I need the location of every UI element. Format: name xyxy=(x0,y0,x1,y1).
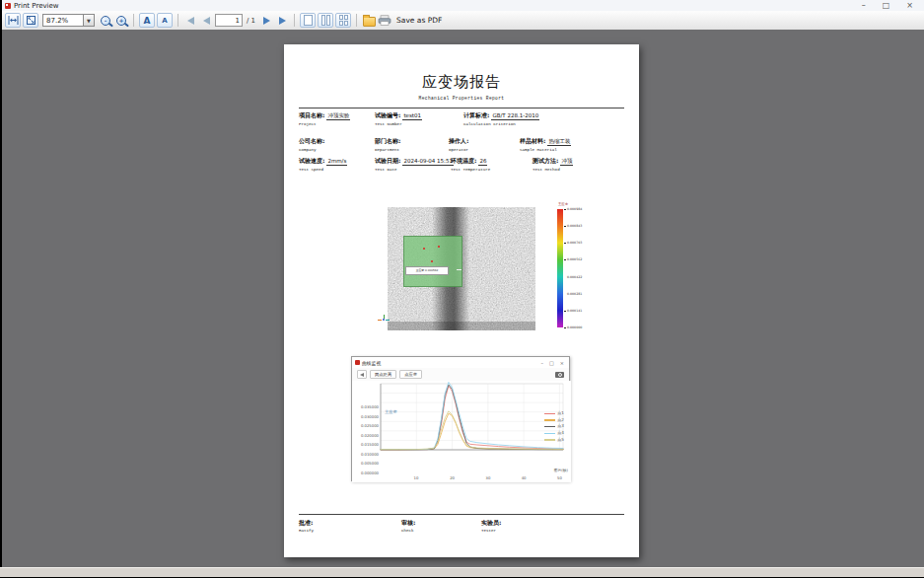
save-as-pdf-label[interactable]: Save as PDF xyxy=(396,16,442,25)
zoom-dropdown-arrow[interactable]: ▼ xyxy=(84,14,95,27)
title-bar: Print Preview – □ × xyxy=(2,0,924,11)
x-tick: 30 xyxy=(480,475,496,480)
separator xyxy=(178,14,178,27)
roi-point xyxy=(438,246,440,248)
report-title: 应变场报告 xyxy=(284,73,639,92)
zoom-out-button[interactable]: - xyxy=(99,13,112,28)
zoom-out-icon: - xyxy=(101,16,110,26)
single-page-view-button[interactable] xyxy=(300,13,316,28)
colorbar xyxy=(557,209,563,327)
curve-app-icon xyxy=(355,360,360,365)
y-tick: 0.030000 xyxy=(353,414,379,419)
first-page-button[interactable] xyxy=(183,13,197,28)
colorbar-label: 0.000000 xyxy=(567,325,589,329)
field-test-speed: 试验速度:2mm/s Test Speed xyxy=(299,157,347,174)
legend-item: 点2 xyxy=(544,418,564,423)
axis-triad-icon xyxy=(378,316,390,324)
zoom-level-select[interactable]: 87.2% xyxy=(42,14,84,27)
arrow-right-icon xyxy=(279,17,286,25)
y-tick: 0.000000 xyxy=(353,470,379,475)
back-icon xyxy=(360,373,364,377)
y-tick: 0.025000 xyxy=(353,423,379,428)
zoom-in-button[interactable]: + xyxy=(114,13,128,28)
curve-minimize-icon: – xyxy=(541,360,544,366)
colorbar-label: 0.000843 xyxy=(567,224,589,228)
colorbar-label: 0.000562 xyxy=(567,257,589,261)
page-number-input[interactable]: 1 xyxy=(215,14,243,27)
signature-check: 审核:Check xyxy=(401,519,415,535)
x-tick: 40 xyxy=(516,475,532,480)
curve-close-icon: × xyxy=(560,360,564,366)
x-tick: 20 xyxy=(445,475,461,480)
legend-swatch xyxy=(544,419,555,420)
app-icon xyxy=(5,3,11,9)
minimize-button[interactable]: – xyxy=(862,0,866,11)
x-tick: 10 xyxy=(408,475,424,480)
roi-value-label: 主应变 0.000562 xyxy=(405,266,449,275)
curve-plot-area: 0.035000 0.030000 0.025000 0.020000 0.01… xyxy=(352,381,571,482)
separator xyxy=(294,14,295,27)
curve-monitor-window: 曲线监视 – □ × 两点距离 点应变 xyxy=(351,356,570,481)
fit-page-icon xyxy=(26,15,36,26)
window-title: Print Preview xyxy=(14,2,59,10)
print-preview-window: Print Preview – □ × xyxy=(2,0,924,567)
curve-window-toolbar: 两点距离 点应变 xyxy=(352,368,569,382)
font-increase-icon: A xyxy=(144,16,151,26)
colorbar-ticks xyxy=(564,209,566,328)
legend-item: 点3 xyxy=(544,424,564,429)
screen: Print Preview – □ × xyxy=(0,0,924,578)
multi-page-view-button[interactable] xyxy=(335,13,351,28)
colorbar-label: 0.000984 xyxy=(567,207,589,211)
divider xyxy=(299,108,624,108)
report-page: 应变场报告 Mechanical Properties Report 项目名称:… xyxy=(284,44,639,557)
roi-overlay xyxy=(404,237,462,286)
fit-width-button[interactable] xyxy=(5,13,21,28)
single-page-icon xyxy=(304,15,313,26)
field-operator: 操作人: Operator xyxy=(449,137,472,154)
arrow-right-icon xyxy=(263,17,270,25)
curve-window-titlebar: 曲线监视 – □ × xyxy=(352,357,569,368)
field-project: 项目名称:冲顶实验 Project xyxy=(299,111,350,128)
colorbar-label: 0.000281 xyxy=(567,292,589,296)
font-decrease-button[interactable]: A xyxy=(157,13,173,28)
taskbar xyxy=(0,567,924,577)
maximize-button[interactable]: □ xyxy=(883,0,890,11)
curve-window-title: 曲线监视 xyxy=(362,360,381,366)
previous-page-button[interactable] xyxy=(199,13,213,28)
report-subtitle: Mechanical Properties Report xyxy=(284,96,639,101)
center-marker xyxy=(457,269,462,270)
folder-icon xyxy=(363,17,376,27)
save-as-pdf-button[interactable] xyxy=(378,13,391,28)
next-page-button[interactable] xyxy=(259,13,273,28)
arrow-left-icon xyxy=(187,17,194,25)
colorbar-label: 0.000141 xyxy=(567,309,589,313)
export-button[interactable] xyxy=(362,13,376,28)
legend-item: 点1 xyxy=(544,411,564,416)
fit-page-button[interactable] xyxy=(23,13,38,28)
legend-swatch xyxy=(544,433,555,434)
colorbar-title: 主应变 xyxy=(546,202,580,206)
y-tick: 0.035000 xyxy=(353,404,379,409)
roi-point xyxy=(431,260,433,262)
plot-series-label: 主应变 xyxy=(385,409,397,414)
legend-item: 点5 xyxy=(544,438,564,443)
close-button[interactable]: × xyxy=(906,0,913,11)
separator xyxy=(133,14,134,27)
separator xyxy=(356,14,357,27)
back-button xyxy=(357,370,367,379)
x-tick: 50 xyxy=(551,475,567,480)
field-temperature: 环境温度:26 Test Temperature xyxy=(451,157,490,174)
page-total-label: / 1 xyxy=(247,17,255,25)
x-axis-title: 图片(帧) xyxy=(554,468,568,472)
strain-curve-chart xyxy=(352,381,571,482)
curve-maximize-icon: □ xyxy=(549,360,554,366)
field-test-date: 试验日期:2024-09-04 15:51 Test Date xyxy=(375,157,454,174)
last-page-button[interactable] xyxy=(275,13,289,28)
tab-two-point-distance: 两点距离 xyxy=(370,370,396,379)
font-increase-button[interactable]: A xyxy=(139,13,155,28)
font-decrease-icon: A xyxy=(162,17,167,25)
two-page-view-button[interactable] xyxy=(318,13,333,28)
preview-canvas: 应变场报告 Mechanical Properties Report 项目名称:… xyxy=(2,30,924,567)
field-test-method: 测试方法:冲顶 Test Method xyxy=(533,157,573,174)
legend-swatch xyxy=(544,439,555,440)
